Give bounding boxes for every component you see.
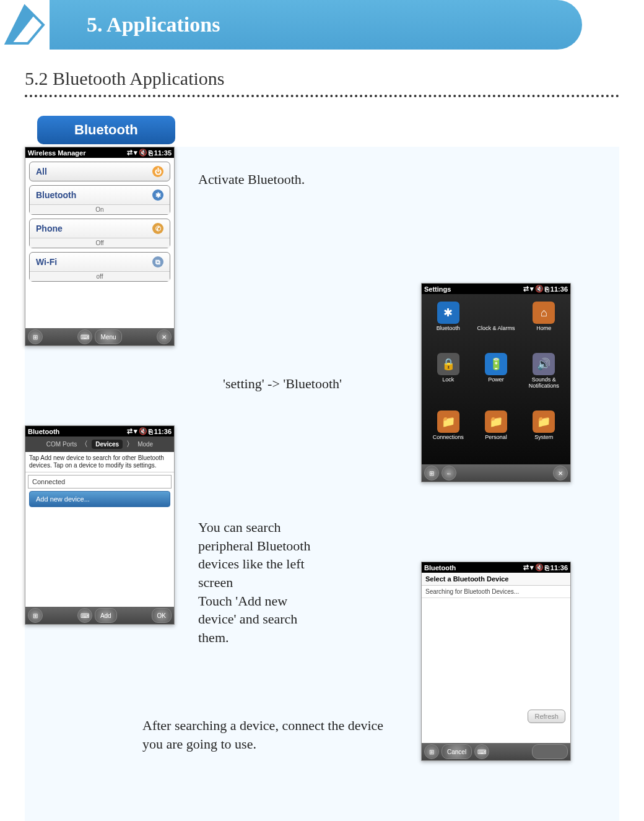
wm-bt-label: Bluetooth	[36, 190, 76, 200]
speaker-icon: 🔊	[533, 353, 555, 375]
settings-grid: ✱Bluetooth Clock & Alarms ⌂Home 🔒Lock 🔋P…	[422, 294, 570, 464]
keyboard-button[interactable]: ⌨	[77, 329, 92, 344]
cancel-button[interactable]: Cancel	[442, 744, 472, 759]
wm-row-wifi[interactable]: Wi-Fi⧉ off	[29, 252, 170, 282]
signal-icon: ▾	[530, 563, 534, 571]
volume-icon: 🔇	[535, 285, 544, 293]
settings-status-icons: ⇄ ▾ 🔇 ⎘ 11:36	[523, 285, 568, 293]
volume-icon: 🔇	[139, 427, 147, 435]
power-icon: ⏻	[152, 166, 163, 177]
bt-time: 11:36	[154, 428, 172, 435]
section-title: 5.2 Bluetooth Applications	[25, 68, 619, 89]
battery-icon: 🔋	[485, 353, 507, 375]
tab-comports[interactable]: COM Ports	[46, 441, 77, 448]
wm-phone-status: Off	[30, 238, 170, 248]
wm-title: Wireless Manager	[28, 149, 85, 157]
settings-title: Settings	[424, 285, 451, 293]
sel-status-icons: ⇄ ▾ 🔇 ⎘ 11:36	[523, 563, 568, 571]
bt-status-icons: ⇄ ▾ 🔇 ⎘ 11:36	[127, 427, 172, 435]
tile-power[interactable]: 🔋Power	[472, 350, 520, 408]
home-icon: ⌂	[533, 302, 555, 324]
text-path: 'setting' -> 'Bluetooth'	[223, 376, 342, 392]
chevron-left-icon[interactable]: 〈	[80, 439, 88, 450]
tile-connections[interactable]: 📁Connections	[424, 408, 472, 459]
bt-statusbar: Bluetooth ⇄ ▾ 🔇 ⎘ 11:36	[25, 426, 174, 437]
header-logo-icon	[0, 0, 50, 50]
network-icon: ⎘	[545, 285, 549, 293]
folder-icon: 📁	[485, 410, 507, 433]
screenshot-bt-devices: Bluetooth ⇄ ▾ 🔇 ⎘ 11:36 COM Ports 〈 Devi…	[25, 425, 175, 625]
close-button[interactable]: ✕	[553, 466, 568, 480]
screenshot-settings: Settings ⇄ ▾ 🔇 ⎘ 11:36 ✱Bluetooth Clock …	[421, 283, 571, 482]
volume-icon: 🔇	[139, 149, 147, 157]
keyboard-button[interactable]: ⌨	[474, 744, 489, 759]
wm-statusbar: Wireless Manager ⇄ ▾ 🔇 ⎘ 11:35	[25, 147, 174, 158]
screenshot-wireless-manager: Wireless Manager ⇄ ▾ 🔇 ⎘ 11:35 All⏻ Blue…	[25, 147, 175, 346]
refresh-button[interactable]: Refresh	[528, 710, 565, 723]
add-button[interactable]: Add	[95, 608, 117, 623]
start-button[interactable]: ⊞	[28, 608, 43, 623]
text-search-1: You can search peripheral Bluetooth devi…	[198, 519, 310, 590]
folder-icon: 📁	[437, 410, 459, 433]
signal-icon: ▾	[134, 149, 137, 157]
select-device-header: Select a Bluetooth Device	[422, 573, 570, 586]
bt-title: Bluetooth	[28, 428, 59, 435]
chapter-header: 5. Applications	[0, 0, 582, 50]
text-after-search: After searching a device, connect the de…	[142, 716, 402, 753]
sync-icon: ⇄	[127, 149, 133, 157]
screenshot-select-device: Bluetooth ⇄ ▾ 🔇 ⎘ 11:36 Select a Bluetoo…	[421, 562, 571, 761]
tile-home[interactable]: ⌂Home	[520, 299, 568, 350]
sel-statusbar: Bluetooth ⇄ ▾ 🔇 ⎘ 11:36	[422, 562, 570, 573]
wm-phone-label: Phone	[36, 224, 63, 233]
folder-icon: 📁	[533, 410, 555, 433]
start-button[interactable]: ⊞	[28, 329, 43, 344]
tile-bluetooth[interactable]: ✱Bluetooth	[424, 299, 472, 350]
wm-all-label: All	[36, 167, 47, 176]
menu-button[interactable]: Menu	[95, 329, 121, 344]
wm-row-phone[interactable]: Phone✆ Off	[29, 219, 170, 248]
tile-system[interactable]: 📁System	[520, 408, 568, 459]
sel-time: 11:36	[550, 564, 568, 571]
ok-button[interactable]: OK	[152, 608, 172, 623]
start-button[interactable]: ⊞	[424, 466, 439, 480]
network-icon: ⎘	[149, 149, 153, 157]
phone-icon: ✆	[152, 223, 163, 234]
wm-row-bluetooth[interactable]: Bluetooth✱ On	[29, 185, 170, 215]
tab-mode[interactable]: Mode	[137, 441, 153, 448]
next-button[interactable]	[532, 744, 568, 759]
topic-badge: Bluetooth	[37, 116, 175, 144]
back-button[interactable]: ←	[442, 466, 456, 480]
tab-devices[interactable]: Devices	[92, 440, 123, 449]
wm-row-all[interactable]: All⏻	[29, 162, 170, 181]
wm-wifi-status: off	[30, 271, 170, 281]
volume-icon: 🔇	[535, 563, 544, 571]
chevron-right-icon[interactable]: 〉	[126, 439, 134, 450]
sync-icon: ⇄	[523, 563, 529, 571]
signal-icon: ▾	[134, 427, 137, 435]
searching-text: Searching for Bluetooth Devices...	[422, 586, 570, 598]
bt-instructions: Tap Add new device to search for other B…	[25, 452, 174, 472]
wm-wifi-label: Wi-Fi	[36, 257, 57, 267]
dotted-divider	[25, 94, 619, 97]
tile-lock[interactable]: 🔒Lock	[424, 350, 472, 408]
tile-personal[interactable]: 📁Personal	[472, 408, 520, 459]
network-icon: ⎘	[149, 428, 153, 435]
network-icon: ⎘	[545, 564, 549, 571]
wm-bt-status: On	[30, 204, 170, 214]
close-button[interactable]: ✕	[157, 329, 172, 344]
text-search-2: Touch 'Add new device' and search them.	[198, 593, 297, 645]
add-new-device-button[interactable]: Add new device...	[29, 491, 170, 507]
wifi-icon: ⧉	[152, 256, 163, 267]
sync-icon: ⇄	[523, 285, 529, 293]
sync-icon: ⇄	[127, 427, 133, 435]
bt-connected-label: Connected	[28, 475, 172, 489]
bluetooth-icon: ✱	[152, 189, 163, 201]
tile-clock-label: Clock & Alarms	[472, 299, 520, 350]
tile-sounds[interactable]: 🔊Sounds & Notifications	[520, 350, 568, 408]
bluetooth-icon: ✱	[437, 302, 459, 324]
settings-statusbar: Settings ⇄ ▾ 🔇 ⎘ 11:36	[422, 284, 570, 294]
start-button[interactable]: ⊞	[424, 744, 439, 759]
keyboard-button[interactable]: ⌨	[77, 608, 92, 623]
bt-tabs: COM Ports 〈 Devices 〉 Mode	[25, 437, 174, 452]
signal-icon: ▾	[530, 285, 534, 293]
